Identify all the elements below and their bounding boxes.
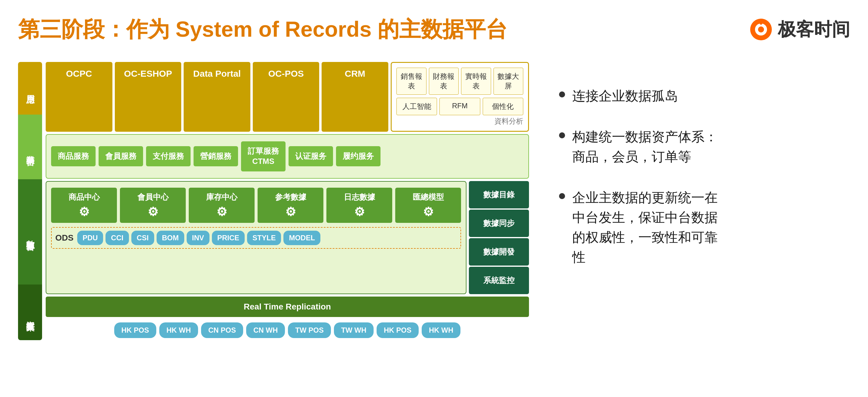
gear-icon: ⚙ bbox=[262, 205, 318, 219]
biz-huiyuan: 會員服務 bbox=[99, 146, 143, 166]
biz-yingxiao: 營銷服務 bbox=[193, 146, 238, 166]
bullet-text-2: 构建统一数据资产体系：商品，会员，订单等 bbox=[572, 127, 718, 167]
label-biz: 業務中台 bbox=[18, 121, 42, 179]
dc-huiyuan: 會員中心⚙ bbox=[120, 188, 186, 223]
ods-pdu: PDU bbox=[77, 231, 103, 245]
ods-style: STYLE bbox=[247, 231, 281, 245]
src-cnpos: CN POS bbox=[201, 322, 243, 338]
biz-shangpin: 商品服務 bbox=[51, 146, 96, 166]
source-row: HK POS HK WH CN POS CN WH TW POS TW WH H… bbox=[46, 319, 529, 341]
src-twwh: TW WH bbox=[334, 322, 374, 338]
diagram: 應用 業務中台 數據中台 資料採集 OCPC bbox=[18, 62, 529, 341]
app-crm: CRM bbox=[321, 62, 388, 132]
svg-point-2 bbox=[758, 26, 764, 32]
src-hkpos2: HK POS bbox=[377, 322, 419, 338]
src-hkwh1: HK WH bbox=[159, 322, 198, 338]
ods-inv: INV bbox=[187, 231, 210, 245]
connector-3 bbox=[18, 285, 42, 290]
bullet-text-3: 企业主数据的更新统一在中台发生，保证中台数据的权威性，一致性和可靠性 bbox=[572, 188, 718, 267]
bullet-section: 连接企业数据孤岛 构建统一数据资产体系：商品，会员，订单等 企业主数据的更新统一… bbox=[547, 62, 850, 288]
page-title: 第三阶段：作为 System of Records 的主数据平台 bbox=[18, 15, 507, 44]
src-hkpos1: HK POS bbox=[114, 322, 156, 338]
dm-tongbu: 數據同步 bbox=[469, 209, 529, 237]
da-gexing: 個性化 bbox=[483, 98, 523, 115]
svg-rect-3 bbox=[760, 19, 762, 25]
biz-zhifu: 支付服務 bbox=[146, 146, 191, 166]
gear-icon: ⚙ bbox=[331, 205, 388, 219]
app-boxes: OCPC OC-ESHOP Data Portal OC-POS CRM bbox=[46, 62, 388, 132]
app-oceshop: OC-ESHOP bbox=[115, 62, 182, 132]
src-hkwh2: HK WH bbox=[422, 322, 460, 338]
data-centers: 商品中心⚙ 會員中心⚙ 庫存中心⚙ 参考數據⚙ bbox=[46, 181, 466, 294]
da-caiwu: 財務報表 bbox=[429, 68, 459, 95]
data-analysis-grid1: 銷售報表 財務報表 實時報表 數據大屏 bbox=[397, 68, 523, 95]
da-rfm: RFM bbox=[439, 98, 480, 115]
biz-renzheng: 认证服务 bbox=[288, 146, 333, 166]
bullet-3: 企业主数据的更新统一在中台发生，保证中台数据的权威性，一致性和可靠性 bbox=[559, 188, 850, 267]
ods-row: ODS PDU CCI CSI BOM INV PRICE STYLE MODE… bbox=[51, 227, 461, 249]
bullet-1: 连接企业数据孤岛 bbox=[559, 86, 850, 106]
data-centers-top: 商品中心⚙ 會員中心⚙ 庫存中心⚙ 参考數據⚙ bbox=[51, 188, 461, 223]
dc-cankao: 参考數據⚙ bbox=[257, 188, 323, 223]
dm-mulu: 數據目錄 bbox=[469, 181, 529, 208]
biz-lvyue: 履约服务 bbox=[336, 146, 380, 166]
label-collect: 資料採集 bbox=[18, 290, 42, 340]
data-platform-row: 商品中心⚙ 會員中心⚙ 庫存中心⚙ 参考數據⚙ bbox=[46, 181, 529, 294]
da-shishi: 實時報表 bbox=[461, 68, 491, 95]
bullet-dot-2 bbox=[559, 132, 565, 138]
label-data: 數據中台 bbox=[18, 185, 42, 285]
logo: 极客时间 bbox=[749, 18, 850, 42]
app-dataportal: Data Portal bbox=[184, 62, 250, 132]
ods-price: PRICE bbox=[212, 231, 245, 245]
gear-icon: ⚙ bbox=[56, 205, 112, 219]
dc-huizong: 匯總模型⚙ bbox=[395, 188, 461, 223]
label-app: 應用 bbox=[18, 62, 42, 115]
da-ai: 人工智能 bbox=[397, 98, 437, 115]
da-xiaoshou: 銷售報表 bbox=[397, 68, 427, 95]
vertical-labels: 應用 業務中台 數據中台 資料採集 bbox=[18, 62, 42, 341]
bullet-2: 构建统一数据资产体系：商品，会员，订单等 bbox=[559, 127, 850, 167]
dc-kucun: 庫存中心⚙ bbox=[189, 188, 254, 223]
logo-icon bbox=[749, 18, 773, 41]
da-label: 資料分析 bbox=[397, 116, 523, 126]
biz-dingdan: 訂單服務CTMS bbox=[241, 141, 285, 171]
dm-jiankong: 系統監控 bbox=[469, 267, 529, 294]
gear-icon: ⚙ bbox=[400, 205, 456, 219]
bullet-dot-3 bbox=[559, 193, 565, 199]
connector-2 bbox=[18, 179, 42, 185]
bullet-text-1: 连接企业数据孤岛 bbox=[572, 86, 678, 106]
app-ocpos: OC-POS bbox=[253, 62, 319, 132]
src-cnwh: CN WH bbox=[246, 322, 285, 338]
src-twpos: TW POS bbox=[288, 322, 331, 338]
ods-label: ODS bbox=[55, 233, 74, 243]
svg-marker-4 bbox=[18, 115, 42, 121]
app-row: OCPC OC-ESHOP Data Portal OC-POS CRM 銷售報… bbox=[46, 62, 529, 132]
gear-icon: ⚙ bbox=[125, 205, 181, 219]
da-dashuju: 數據大屏 bbox=[494, 68, 524, 95]
bullet-dot-1 bbox=[559, 91, 565, 97]
data-mgmt: 數據目錄 數據同步 數據開發 系統監控 bbox=[469, 181, 529, 294]
dm-kaifa: 數據開發 bbox=[469, 238, 529, 265]
ods-bom: BOM bbox=[157, 231, 184, 245]
ods-cci: CCI bbox=[105, 231, 129, 245]
main-content: 應用 業務中台 數據中台 資料採集 OCPC bbox=[18, 62, 850, 341]
gear-icon: ⚙ bbox=[193, 205, 250, 219]
dc-shangpin: 商品中心⚙ bbox=[51, 188, 117, 223]
ods-csi: CSI bbox=[131, 231, 154, 245]
header: 第三阶段：作为 System of Records 的主数据平台 极客时间 bbox=[18, 15, 850, 44]
dc-rizhi: 日志數據⚙ bbox=[327, 188, 392, 223]
ods-model: MODEL bbox=[283, 231, 320, 245]
app-ocpc: OCPC bbox=[46, 62, 113, 132]
biz-row: 商品服務 會員服務 支付服務 營銷服務 訂單服務CTMS 认证服务 履约服务 bbox=[46, 134, 529, 179]
replication-row: Real Time Replication bbox=[46, 296, 529, 317]
logo-text: 极客时间 bbox=[778, 18, 850, 42]
connector-1 bbox=[18, 115, 42, 121]
data-analysis-box: 銷售報表 財務報表 實時報表 數據大屏 人工智能 RFM 個性化 資料分析 bbox=[391, 62, 529, 132]
data-analysis-grid2: 人工智能 RFM 個性化 bbox=[397, 98, 523, 115]
